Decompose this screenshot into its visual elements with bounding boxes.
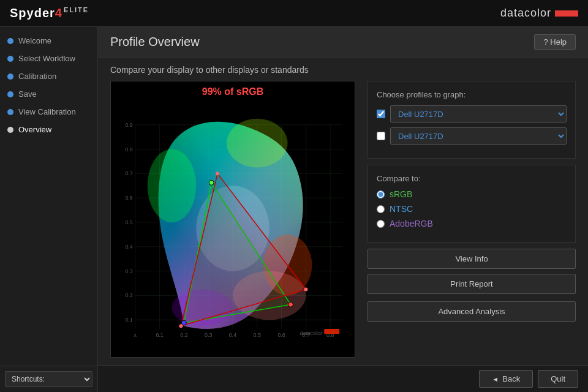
back-button[interactable]: ◄ Back [479,370,533,388]
sidebar-item-overview[interactable]: Overview [0,121,97,138]
svg-text:0.9: 0.9 [125,122,132,128]
sidebar-dot-save [7,91,13,97]
radio-row-ntsc: NTSC [377,204,567,214]
chart-area: 99% of sRGB [110,81,355,358]
print-report-button[interactable]: Print Report [368,274,576,294]
advanced-analysis-button[interactable]: Advanced Analysis [368,301,576,322]
app-header: Spyder4ELITE datacolor [0,0,588,27]
footer: ◄ Back Quit [98,365,588,392]
profile-row-2: Dell U2717D [377,127,567,145]
profile-select-2[interactable]: Dell U2717D [390,127,567,145]
svg-rect-52 [324,329,339,334]
compare-section: Compare to: sRGB NTSC AdobeRGB [368,165,576,243]
profile-select-1[interactable]: Dell U2717D [390,105,567,123]
sidebar-dot-select-workflow [7,56,13,62]
svg-text:0.2: 0.2 [125,292,132,298]
sidebar-spacer [0,138,97,366]
quit-label: Quit [551,374,565,383]
svg-text:0.2: 0.2 [180,332,187,338]
sidebar-label-overview: Overview [18,125,51,134]
radio-row-adobe: AdobeRGB [377,219,567,228]
radio-label-srgb: sRGB [390,189,412,199]
profiles-section: Choose profiles to graph: Dell U2717D De… [368,81,576,159]
sidebar-label-select-workflow: Select Workflow [18,54,75,63]
sidebar-item-welcome[interactable]: Welcome [0,32,97,50]
sidebar-label-view-calibration: View Calibration [18,107,76,116]
right-panel: Choose profiles to graph: Dell U2717D De… [368,81,576,358]
svg-text:0.6: 0.6 [125,195,132,201]
svg-text:0.5: 0.5 [254,332,261,338]
svg-point-48 [216,172,219,175]
profile-checkbox-2[interactable] [377,132,385,140]
svg-point-50 [179,324,183,328]
page-title: Profile Overview [110,35,200,49]
profile-checkbox-1[interactable] [377,110,385,118]
logo-elite: ELITE [64,6,89,13]
radio-srgb[interactable] [377,190,385,198]
svg-point-37 [148,149,197,222]
sidebar-item-calibration[interactable]: Calibration [0,67,97,85]
profiles-section-label: Choose profiles to graph: [377,90,567,99]
svg-text:datacolor: datacolor [300,330,323,336]
compare-label: Compare to: [377,174,567,183]
sidebar-label-calibration: Calibration [18,72,56,81]
svg-text:0.3: 0.3 [125,268,132,274]
shortcuts-area: Shortcuts: [0,366,97,392]
chromaticity-chart: 0.9 0.8 0.7 0.6 0.5 0.4 0.3 0.2 0.1 [111,81,355,357]
main-content: Profile Overview ? Help Compare your dis… [98,27,588,392]
sidebar-dot-welcome [7,38,13,44]
quit-button[interactable]: Quit [538,370,578,388]
profile-row-1: Dell U2717D [377,105,567,123]
buttons-section: View Info Print Report Advanced Analysis [368,249,576,322]
svg-text:0.1: 0.1 [156,332,163,338]
logo-four: 4 [55,6,62,20]
view-info-button[interactable]: View Info [368,249,576,269]
back-arrow-icon: ◄ [492,375,499,383]
help-button[interactable]: ? Help [534,34,576,50]
profile-content: Compare your display to other displays o… [98,58,588,365]
sidebar-label-welcome: Welcome [18,36,51,45]
logo-spyder: Spyder [10,6,55,20]
sidebar-label-save: Save [18,89,37,99]
svg-point-49 [304,287,307,291]
sidebar-dot-overview [7,127,13,133]
datacolor-text: datacolor [500,7,551,20]
sidebar-item-select-workflow[interactable]: Select Workflow [0,50,97,67]
radio-label-ntsc: NTSC [390,204,413,214]
svg-text:0.8: 0.8 [125,146,132,153]
svg-point-46 [288,302,293,307]
svg-text:0.4: 0.4 [229,332,236,338]
svg-text:0.1: 0.1 [125,317,132,323]
sidebar: Welcome Select Workflow Calibration Save… [0,27,98,392]
svg-point-45 [209,180,214,185]
svg-text:0.7: 0.7 [125,170,132,176]
sidebar-dot-calibration [7,74,13,80]
datacolor-logo: datacolor [500,7,578,20]
svg-text:0.4: 0.4 [125,244,132,250]
radio-row-srgb: sRGB [377,189,567,199]
svg-text:0.6: 0.6 [277,332,285,338]
svg-text:0.3: 0.3 [205,332,212,338]
profile-main: 99% of sRGB [110,81,576,358]
svg-point-47 [181,320,186,325]
sidebar-item-view-calibration[interactable]: View Calibration [0,103,97,121]
sidebar-item-save[interactable]: Save [0,85,97,103]
main-layout: Welcome Select Workflow Calibration Save… [0,27,588,392]
chart-percent-label: 99% of sRGB [202,86,263,97]
back-label: Back [502,374,520,383]
page-title-bar: Profile Overview ? Help [98,27,588,58]
shortcuts-select[interactable]: Shortcuts: [5,371,92,387]
radio-ntsc[interactable] [377,205,385,213]
radio-label-adobe: AdobeRGB [390,219,433,228]
svg-text:x: x [134,332,137,338]
svg-text:0.5: 0.5 [125,219,132,225]
datacolor-bar [555,10,578,17]
radio-adobe[interactable] [377,220,385,228]
app-logo: Spyder4ELITE [10,6,89,20]
sidebar-dot-view-calibration [7,109,13,115]
subtitle: Compare your display to other displays o… [110,65,576,75]
svg-point-38 [227,119,288,168]
